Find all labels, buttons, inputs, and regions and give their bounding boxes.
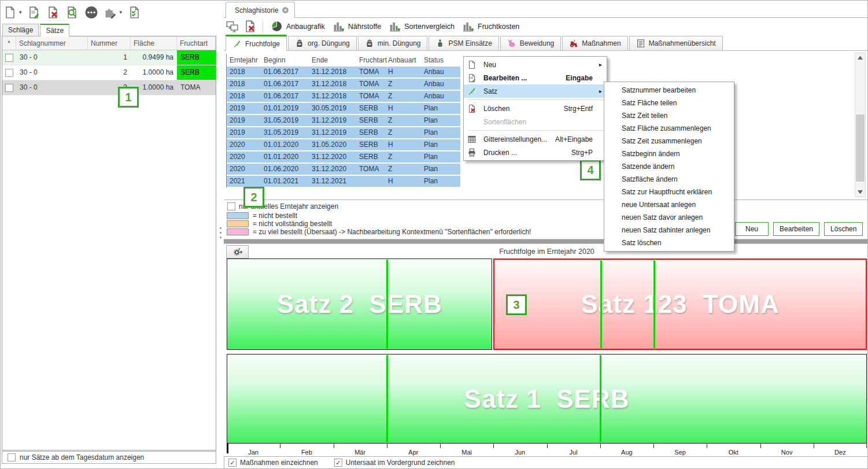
table-row[interactable]: 30 - 021.0000 haSERB: [2, 65, 216, 80]
bearbeiten-button[interactable]: Bearbeiten: [773, 222, 819, 236]
submenu-item-satz-fl-che-zusammenlegen[interactable]: Satz Fläche zusammenlegen: [604, 122, 734, 135]
chart-option-checkbox[interactable]: ✓: [228, 459, 237, 467]
scrollbar-thumb[interactable]: [856, 115, 865, 182]
submenu-item-satzfl-che-ndern[interactable]: Satzfläche ändern: [604, 173, 734, 186]
history-column-anbauart[interactable]: Anbauart: [388, 54, 424, 67]
new-record-button[interactable]: [3, 5, 17, 19]
subtab-ma-nahmen-bersicht[interactable]: Maßnahmenübersicht: [629, 36, 723, 51]
table-row[interactable]: 30 - 031.0000 haTOMA: [2, 80, 216, 95]
toolbar-button-sortenvergleich[interactable]: Sortenvergleich: [387, 19, 456, 34]
erntejahr-filter-checkbox[interactable]: [227, 202, 235, 211]
row-checkbox[interactable]: [5, 54, 13, 62]
more-options-button[interactable]: [84, 5, 98, 19]
scroll-up-icon[interactable]: [858, 56, 863, 60]
axis-tick: [866, 444, 867, 448]
menu-item-löschen[interactable]: LöschenStrg+Entf: [464, 102, 607, 115]
chart-bar-satz-1-serb[interactable]: Satz 1 SERB: [227, 354, 867, 444]
submenu-item-satzende-ndern[interactable]: Satzende ändern: [604, 160, 734, 173]
menu-item-neu[interactable]: Neu▸: [464, 58, 607, 71]
tab-schlaege[interactable]: Schläge: [2, 24, 39, 36]
submenu-item-neue-untersaat-anlegen[interactable]: neue Untersaat anlegen: [604, 198, 734, 211]
tab-close-icon[interactable]: [282, 6, 289, 14]
history-row[interactable]: 201801.06.201731.12.2018TOMAHAnbau: [227, 67, 460, 77]
history-row[interactable]: 201801.06.201731.12.2018TOMAZAnbau: [227, 79, 460, 90]
row-checkbox[interactable]: [5, 69, 13, 77]
history-row[interactable]: 202101.01.202131.12.2021HPlan: [227, 176, 460, 187]
subtab-org-d-ngung[interactable]: org. Düngung: [288, 36, 357, 51]
delete-document-icon[interactable]: [243, 20, 257, 34]
submenu-item-neuen-satz-davor-anlegen[interactable]: neuen Satz davor anlegen: [604, 211, 734, 224]
submenu-item-satz-löschen[interactable]: Satz löschen: [604, 237, 734, 249]
submenu-item-satzbeginn-ndern[interactable]: Satzbeginn ändern: [604, 147, 734, 160]
history-cell: Plan: [424, 103, 460, 114]
panel-splitter[interactable]: [219, 227, 221, 242]
subtab-fruchtfolge[interactable]: Fruchtfolge: [226, 35, 287, 51]
chart-bar-satz-123-toma[interactable]: Satz 123 TOMA: [493, 258, 867, 350]
history-row[interactable]: 201931.05.201931.12.2019SERBZPlan: [227, 115, 460, 126]
tab-saetze[interactable]: Sätze: [40, 24, 69, 37]
canister-icon: [365, 39, 374, 48]
monitors-icon[interactable]: [225, 20, 239, 34]
submenu-item-satznummer-bearbeiten[interactable]: Satznummer bearbeiten: [604, 84, 734, 97]
toolbar-button-nährstoffe[interactable]: Nährstoffe: [331, 19, 383, 34]
subtab-label: Fruchtfolge: [245, 40, 280, 48]
preview-button[interactable]: [65, 5, 79, 19]
chart-bar-satz-2-serb[interactable]: Satz 2 SERB: [227, 258, 492, 350]
subtab-min-d-ngung[interactable]: min. Düngung: [358, 36, 428, 51]
vertical-scrollbar[interactable]: [855, 53, 866, 197]
plugin-button[interactable]: [104, 5, 117, 19]
history-row[interactable]: 201901.01.201930.05.2019SERBHPlan: [227, 103, 460, 114]
submenu-item-satz-zur-hauptfrucht-erkl-ren[interactable]: Satz zur Hauptfrucht erklären: [604, 186, 734, 198]
subtab-ma-nahmen[interactable]: Maßnahmen: [562, 36, 627, 51]
column-header-fläche[interactable]: Fläche: [131, 36, 177, 50]
delete-record-button[interactable]: [46, 5, 60, 19]
history-cell: Z: [388, 115, 424, 126]
tab-schlaghistorie[interactable]: Schlaghistorie: [226, 2, 295, 18]
row-checkbox[interactable]: [5, 84, 13, 92]
history-column-ende[interactable]: Ende: [312, 54, 359, 67]
neu-button[interactable]: Neu: [735, 222, 769, 236]
history-row[interactable]: 202001.01.202031.12.2020SERBZPlan: [227, 152, 460, 163]
menu-item-drucken[interactable]: Drucken ...Strg+P: [464, 146, 607, 159]
menu-item-gittereinstellungen[interactable]: Gittereinstellungen...Alt+Eingabe: [464, 132, 607, 146]
axis-tick: [707, 444, 707, 448]
toolbar-button-fruchtkosten[interactable]: Fruchtkosten: [460, 19, 521, 34]
löschen-button[interactable]: Löschen: [824, 222, 863, 236]
cell-schlagnummer: 30 - 0: [16, 50, 88, 65]
submenu-item-neuen-satz-dahinter-anlegen[interactable]: neuen Satz dahinter anlegen: [604, 224, 734, 237]
chevron-down-icon[interactable]: ▾: [120, 9, 123, 15]
history-cell: 31.12.2020: [312, 164, 359, 175]
tagesdatum-checkbox[interactable]: [8, 453, 16, 461]
subtab-beweidung[interactable]: Beweidung: [500, 36, 561, 51]
table-row[interactable]: 30 - 010.9499 haSERB: [2, 50, 216, 65]
column-header-schlagnummer[interactable]: Schlagnummer: [16, 36, 88, 50]
toolbar-button-label: Sortenvergleich: [404, 23, 455, 31]
history-cell: 01.01.2020: [264, 139, 312, 150]
menu-item-satz[interactable]: Satz▸: [464, 84, 607, 98]
scroll-down-icon[interactable]: [858, 190, 863, 194]
history-row[interactable]: 201931.05.201931.12.2019SERBZPlan: [227, 127, 460, 138]
history-column-status[interactable]: Status: [424, 54, 460, 67]
menu-item-bearbeiten[interactable]: Bearbeiten ...Eingabe: [464, 71, 607, 84]
column-header-fruchtart[interactable]: Fruchtart: [177, 36, 216, 50]
history-column-beginn[interactable]: Beginn: [264, 54, 312, 67]
history-column-fruchtart[interactable]: Fruchtart: [359, 54, 388, 67]
submenu-item-satz-fl-che-teilen[interactable]: Satz Fläche teilen: [604, 97, 734, 109]
submenu-item-satz-zeit-zusammenlegen[interactable]: Satz Zeit zusammenlegen: [604, 135, 734, 147]
history-row[interactable]: 202001.01.202031.05.2020SERBHPlan: [227, 139, 460, 150]
chart-options-bar: ✓Maßnahmen einzeichnen✓Untersaat im Vord…: [224, 456, 868, 469]
column-header-star[interactable]: *: [2, 36, 16, 50]
column-header-nummer[interactable]: Nummer: [88, 36, 131, 50]
tractor-icon: [569, 39, 578, 48]
chevron-down-icon[interactable]: ▾: [19, 9, 22, 15]
submenu-item-satz-zeit-teilen[interactable]: Satz Zeit teilen: [604, 109, 734, 122]
history-row[interactable]: 202001.06.202031.12.2020TOMAZPlan: [227, 164, 460, 175]
horizontal-splitter[interactable]: [224, 239, 868, 244]
history-row[interactable]: 201801.06.201731.12.2018TOMAZAnbau: [227, 91, 460, 102]
history-column-erntejahr[interactable]: Erntejahr: [227, 54, 264, 67]
checklist-button[interactable]: [127, 5, 141, 19]
edit-record-button[interactable]: [27, 5, 41, 19]
toolbar-button-anbaugrafik[interactable]: Anbaugrafik: [269, 19, 327, 34]
subtab-psm-eins-tze[interactable]: PSM Einsätze: [429, 36, 498, 51]
chart-option-checkbox[interactable]: ✓: [334, 459, 342, 467]
